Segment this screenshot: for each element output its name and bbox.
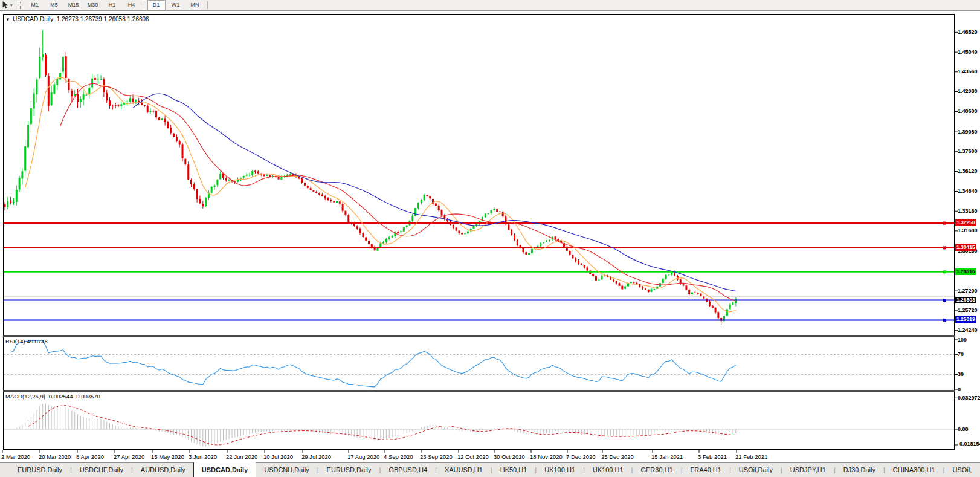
symbol-tab-bar: EURUSD,Daily|USDCHF,Daily|AUDUSD,DailyUS… [0,462,980,477]
hline-price-badge: 1.32258 [955,219,976,226]
timeframe-button-h1[interactable]: H1 [103,0,121,10]
price-axis-label: 1.37600 [958,148,978,154]
rsi-axis-label: 100 [958,337,967,343]
toolbar-separator [207,1,208,9]
hline-price-badge: 1.25019 [955,316,976,323]
symbol-tab-usoil-daily[interactable]: USOil,Daily [731,463,781,477]
symbol-tab-china300-h1[interactable]: CHINA300,H1 [885,463,943,477]
date-axis-label: 27 Apr 2020 [114,453,144,460]
rsi-macd-splitter[interactable] [3,390,955,391]
chart-ohlc-values: 1.26273 1.26739 1.26058 1.26606 [57,16,149,22]
collapse-indicator-icon[interactable]: ▼ [5,17,10,22]
symbol-tab-xauusd-h1[interactable]: XAUUSD,H1 [437,463,491,477]
toolbar-separator [144,1,144,9]
symbol-tab-usdchf-daily[interactable]: USDCHF,Daily [72,463,131,477]
price-axis-label: 1.46520 [958,29,978,35]
symbol-tab-eurusd-daily[interactable]: EURUSD,Daily [10,463,70,477]
date-axis-label: 25 Dec 2020 [601,453,634,460]
hline-price-badge: 1.30415 [955,244,976,251]
hline-price-badge: 1.26503 [955,297,976,303]
cursor-tool-icon[interactable] [2,1,10,9]
symbol-tab-usdjpy-h1[interactable]: USDJPY,H1 [782,463,834,477]
price-axis-label: 1.24240 [958,327,978,333]
rsi-axis-label: 30 [958,371,964,377]
toolbar-grip-handle[interactable] [18,2,21,9]
price-axis-label: 1.42080 [958,88,978,94]
timeframe-button-m5[interactable]: M5 [45,0,63,10]
date-axis-label: 3 Feb 2021 [698,453,727,460]
price-axis-label: 1.40600 [958,108,978,114]
date-axis-label: 12 Oct 2020 [457,453,489,460]
date-axis-label: 8 Apr 2020 [76,453,104,460]
macd-label: MACD(12,26,9) -0.002544 -0.003570 [5,393,100,400]
date-axis-label: 17 Aug 2020 [347,453,379,460]
price-axis-label: 1.45040 [958,49,978,55]
timeframe-button-m15[interactable]: M15 [65,0,83,10]
symbol-tab-eurusd-daily[interactable]: EURUSD,Daily [319,463,379,477]
date-axis-label: 15 May 2020 [151,453,184,460]
timeframe-button-w1[interactable]: W1 [167,0,185,10]
symbol-tab-gbpusd-h4[interactable]: GBPUSD,H4 [381,463,435,477]
macd-axis-label: -0.018154 [958,441,980,447]
mt4-window: { "toolbar": { "timeframes": ["M1","M5",… [0,0,980,477]
chart-window-border [3,14,955,450]
rsi-axis-label: 70 [958,351,964,357]
price-axis-label: 1.33160 [958,208,978,214]
chart-title: ▼USDCAD,Daily 1.26273 1.26739 1.26058 1.… [5,16,149,22]
symbol-tab-usdcad-daily[interactable]: USDCAD,Daily [193,462,256,477]
rsi-label: RSI(14) 49.0748 [5,338,48,345]
macd-axis-label: 0.032972 [958,395,980,401]
date-axis-label: 22 Jun 2020 [226,453,257,460]
date-axis-label: 2 Mar 2020 [1,453,30,460]
price-axis-label: 1.43560 [958,68,978,74]
rsi-axis-label: 0 [958,386,961,392]
date-axis-label: 23 Sep 2020 [420,453,453,460]
symbol-tab-uk100-h1[interactable]: UK100,H1 [537,463,583,477]
price-axis-label: 1.27200 [958,288,978,294]
main-rsi-splitter-line [3,336,955,337]
price-axis-label: 1.31680 [958,227,978,233]
date-axis-label: 3 Jun 2020 [189,453,217,460]
timeframe-button-d1[interactable]: D1 [147,0,166,10]
symbol-tab-dj30-daily[interactable]: DJ30,Daily [836,463,883,477]
price-axis-label: 1.39080 [958,129,978,135]
timeframe-toolbar: ▾ M1M5M15M30H1H4D1W1MN [0,0,980,11]
date-axis-label: 4 Sep 2020 [384,453,413,460]
cursor-tool-caret-icon[interactable]: ▾ [10,3,13,8]
symbol-tab-fra40-h1[interactable]: FRA40,H1 [683,463,729,477]
chart-symbol-label: USDCAD,Daily [13,16,53,22]
timeframe-button-mn[interactable]: MN [186,0,204,10]
main-rsi-splitter[interactable] [3,335,955,336]
date-axis-label: 20 Mar 2020 [39,453,71,460]
symbol-tab-usdcnh-daily[interactable]: USDCNH,Daily [256,463,317,477]
price-axis-label: 1.25720 [958,307,978,313]
symbol-tab-uk100-h1[interactable]: UK100,H1 [585,463,631,477]
date-axis-label: 29 Jul 2020 [301,453,331,460]
price-axis-label: 1.34640 [958,188,978,194]
hline-price-badge: 1.28616 [955,268,976,275]
timeframe-button-m1[interactable]: M1 [26,0,44,10]
date-axis-label: 30 Oct 2020 [494,453,525,460]
date-axis-label: 18 Nov 2020 [530,453,563,460]
symbol-tab-usoil-[interactable]: USOil, [944,463,979,477]
timeframe-button-h4[interactable]: H4 [123,0,141,10]
date-axis-label: 15 Jan 2021 [651,453,683,460]
symbol-tab-audusd-daily[interactable]: AUDUSD,Daily [133,463,193,477]
timeframe-button-m30[interactable]: M30 [84,0,102,10]
symbol-tab-hk50-h1[interactable]: HK50,H1 [492,463,535,477]
date-axis-label: 22 Feb 2021 [735,453,767,460]
date-axis-label: 7 Dec 2020 [566,453,596,460]
date-axis-label: 10 Jul 2020 [263,453,293,460]
symbol-tab-ger30-h1[interactable]: GER30,H1 [633,463,680,477]
macd-axis-label: 0.00 [958,426,969,432]
rsi-macd-splitter-line [3,391,955,392]
price-axis-label: 1.36120 [958,168,978,174]
